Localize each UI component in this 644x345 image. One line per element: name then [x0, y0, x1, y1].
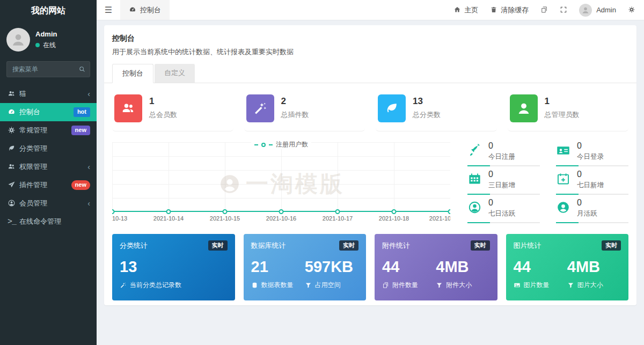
- calendar-icon: [467, 172, 482, 188]
- sidebar-item-category[interactable]: 分类管理: [0, 140, 97, 158]
- stat-total-categories: 13 总分类数: [376, 91, 497, 131]
- stat-total-admins: 1 总管理员数: [508, 91, 629, 131]
- sidebar-item-auth[interactable]: 权限管理 ‹: [0, 158, 97, 176]
- card-database-stats: 数据库统计 实时 21 数据表数量 597KB 占用空间: [244, 234, 367, 300]
- card-attachment-stats: 附件统计 实时 44 附件数量 4MB 附件大小: [375, 234, 497, 300]
- topbar-user-menu[interactable]: Admin: [579, 4, 616, 17]
- user-panel: Admin 在线: [0, 21, 97, 57]
- card-title: 数据库统计: [251, 241, 286, 251]
- sidebar-item-addon[interactable]: 插件管理 new: [0, 176, 97, 194]
- user-icon: [510, 94, 538, 122]
- data-point: [391, 209, 396, 214]
- user-circle-icon: [8, 199, 19, 208]
- user-circle-outline-icon: [467, 200, 482, 217]
- registered-users-chart: 注册用户数 一淘模版 10-13 2021-10-14: [112, 140, 450, 222]
- topbar-tab-console[interactable]: 控制台: [120, 0, 170, 20]
- users-icon: [114, 94, 142, 122]
- x-tick: 2021-10-15: [210, 215, 240, 222]
- realtime-badge: 实时: [602, 240, 621, 251]
- sidebar: 我的网站 Admin 在线 猫 ‹ 控制台 hot 常规管理 new 分类管理: [0, 0, 97, 345]
- home-icon: [453, 6, 461, 14]
- panel-tabs: 控制台 自定义: [104, 64, 636, 83]
- chevron-left-icon: ‹: [87, 163, 90, 171]
- sidebar-item-dashboard[interactable]: 控制台 hot: [0, 103, 97, 121]
- sidebar-item-cat[interactable]: 猫 ‹: [0, 85, 97, 103]
- calendar-plus-icon: [556, 172, 570, 188]
- menu-toggle-icon[interactable]: ☰: [97, 0, 120, 20]
- realtime-badge: 实时: [471, 240, 490, 251]
- wand-icon: [120, 281, 127, 289]
- realtime-badge: 实时: [339, 240, 358, 251]
- card-title: 图片统计: [514, 241, 541, 251]
- user-name: Admin: [35, 30, 57, 38]
- x-tick: 2021-10: [429, 215, 450, 222]
- funnel-icon: [436, 281, 443, 289]
- hot-badge: hot: [74, 107, 90, 116]
- card-title: 附件统计: [382, 241, 410, 251]
- user-status: 在线: [43, 41, 56, 50]
- mini-stat-today-register: 0 今日注册: [467, 141, 540, 166]
- image-icon: [514, 281, 521, 289]
- copy-icon: [382, 281, 389, 289]
- terminal-icon: >_: [8, 217, 19, 226]
- users-icon: [8, 163, 19, 172]
- chevron-left-icon: ‹: [87, 90, 90, 98]
- new-badge: new: [71, 126, 90, 135]
- chart-legend[interactable]: 注册用户数: [251, 140, 311, 149]
- x-tick: 2021-10-14: [153, 215, 184, 222]
- dashboard-icon: [129, 6, 136, 14]
- main-content: 控制台 用于展示当前系统中的统计数据、统计报表及重要实时数据 控制台 自定义 1…: [97, 21, 644, 345]
- chevron-left-icon: ‹: [87, 199, 90, 208]
- data-point: [166, 209, 171, 214]
- legend-label: 注册用户数: [276, 140, 308, 149]
- leaf-icon: [8, 144, 19, 153]
- data-point: [279, 209, 284, 214]
- site-title: 我的网站: [0, 0, 97, 21]
- tab-console[interactable]: 控制台: [112, 64, 153, 83]
- cogs-icon: [8, 126, 19, 135]
- x-tick: 10-13: [112, 215, 127, 222]
- settings-gear-icon[interactable]: [628, 6, 635, 14]
- data-point: [448, 209, 451, 214]
- leaf-icon: [378, 94, 406, 122]
- data-point: [112, 209, 115, 214]
- page-title: 控制台: [112, 34, 628, 43]
- tab-custom[interactable]: 自定义: [155, 64, 195, 83]
- search-input[interactable]: [6, 61, 90, 77]
- realtime-badge: 实时: [208, 240, 228, 251]
- fullscreen-icon[interactable]: [560, 6, 567, 14]
- trash-icon: [490, 6, 497, 14]
- data-point: [222, 209, 227, 214]
- mini-stat-today-login: 0 今日登录: [556, 141, 628, 166]
- watermark: 一淘模版: [218, 169, 345, 199]
- language-icon[interactable]: [540, 6, 548, 14]
- users-icon: [8, 90, 19, 99]
- id-card-icon: [556, 143, 570, 160]
- card-image-stats: 图片统计 实时 44 图片数量 4MB 图片大小: [506, 234, 629, 300]
- wand-icon: [246, 94, 274, 122]
- avatar: [579, 4, 592, 17]
- home-link[interactable]: 主页: [453, 5, 478, 15]
- topbar: ☰ 控制台 主页 清除缓存 Admin: [97, 0, 644, 20]
- mini-stat-month-active: 0 月活跃: [556, 198, 628, 223]
- card-title: 分类统计: [120, 241, 148, 251]
- database-icon: [251, 281, 258, 289]
- new-badge: new: [71, 180, 90, 189]
- sidebar-item-general[interactable]: 常规管理 new: [0, 121, 97, 140]
- funnel-icon: [567, 281, 574, 289]
- x-tick: 2021-10-16: [266, 215, 296, 222]
- stats-row: 1 总会员数 2 总插件数 13 总分类数 1: [112, 91, 628, 131]
- summary-cards: 分类统计 实时 13 当前分类总记录数 数据库统计 实时: [112, 234, 628, 300]
- x-tick: 2021-10-17: [323, 215, 353, 222]
- legend-marker-icon: [261, 143, 266, 147]
- stat-total-addons: 2 总插件数: [244, 91, 365, 131]
- clear-cache-link[interactable]: 清除缓存: [490, 5, 529, 15]
- online-status-dot: [35, 43, 40, 47]
- data-point: [335, 209, 340, 214]
- sidebar-item-member[interactable]: 会员管理 ‹: [0, 194, 97, 212]
- funnel-icon: [305, 281, 312, 289]
- paper-plane-icon: [8, 181, 19, 190]
- mini-stat-3day-new: 0 三日新增: [467, 170, 540, 195]
- mini-stat-7day-active: 0 七日活跃: [467, 198, 540, 223]
- sidebar-item-command[interactable]: >_ 在线命令管理: [0, 212, 97, 231]
